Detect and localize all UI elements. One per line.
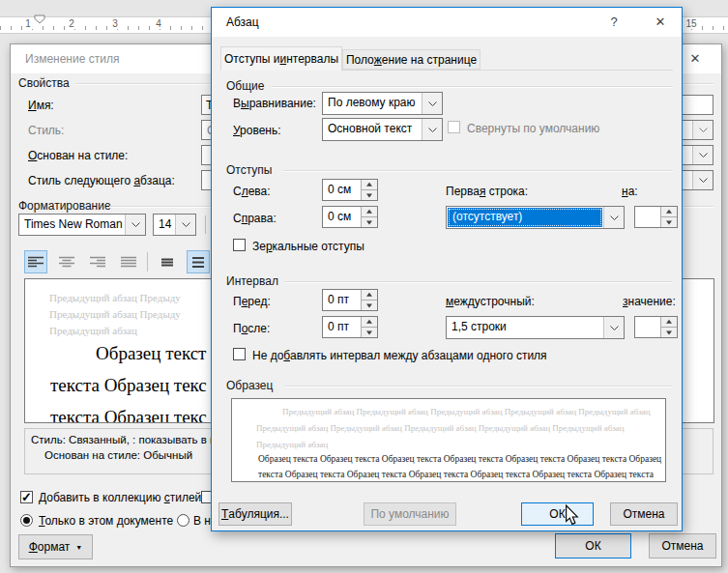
spin-down-icon[interactable] bbox=[362, 300, 377, 310]
name-label: Имя: bbox=[28, 99, 54, 112]
align-justify-icon bbox=[120, 256, 137, 269]
align-right-button[interactable] bbox=[86, 250, 109, 273]
only-this-document-label: Только в этом документе bbox=[39, 514, 173, 528]
add-to-gallery-label: Добавить в коллекцию стилей bbox=[39, 491, 201, 504]
preview-line: Образец текста Образец текста Образец те… bbox=[258, 454, 661, 464]
spin-up-icon[interactable] bbox=[362, 290, 377, 300]
line-spacing-15-button[interactable] bbox=[187, 250, 210, 273]
outline-level-label: Уровень: bbox=[233, 124, 281, 137]
group-divider bbox=[272, 86, 673, 88]
style-ok-button[interactable]: ОК bbox=[555, 533, 631, 559]
align-justify-button[interactable] bbox=[117, 250, 140, 273]
no-space-same-style-checkbox[interactable] bbox=[233, 348, 246, 360]
ruler-mark: 4 bbox=[153, 18, 164, 29]
ruler-mark: 3 bbox=[109, 18, 121, 29]
spacing-at-value bbox=[635, 317, 660, 337]
spin-down-icon[interactable] bbox=[362, 216, 377, 227]
chevron-down-icon[interactable] bbox=[422, 93, 442, 114]
indent-left-spinner[interactable]: 0 см bbox=[322, 179, 378, 201]
line-spacing-label: междустрочный: bbox=[446, 295, 535, 308]
align-center-icon bbox=[58, 256, 75, 269]
close-icon[interactable]: ✕ bbox=[646, 10, 675, 34]
align-left-icon bbox=[27, 256, 44, 269]
font-name-combobox[interactable]: Times New Roman bbox=[18, 214, 146, 236]
preview-line: Предыдущий абзац Предыдущий абзац Предыд… bbox=[256, 423, 625, 433]
mirror-indents-checkbox[interactable] bbox=[233, 239, 246, 251]
chevron-down-icon[interactable] bbox=[422, 119, 442, 140]
indent-right-value: 0 см bbox=[323, 207, 361, 227]
first-line-combobox[interactable]: (отсутствует) bbox=[446, 206, 625, 229]
spacing-at-spinner[interactable] bbox=[634, 316, 678, 338]
group-divider bbox=[285, 281, 673, 283]
ruler-mark: 15 bbox=[683, 18, 699, 29]
tab-indents-and-spacing[interactable]: Отступы и интервалы bbox=[220, 46, 342, 71]
group-divider bbox=[283, 170, 673, 172]
outline-level-combobox[interactable]: Основной текст bbox=[322, 118, 443, 141]
word-app-background: 1 2 3 4 15 Изменение стиля ✕ Свойства Им… bbox=[0, 0, 728, 573]
add-to-gallery-checkbox[interactable] bbox=[20, 491, 33, 503]
alignment-combobox[interactable]: По левому краю bbox=[322, 92, 443, 115]
ruler-mark: 1 bbox=[22, 18, 34, 29]
chevron-down-icon[interactable] bbox=[125, 215, 145, 235]
line-spacing-single-button[interactable] bbox=[156, 250, 179, 273]
toolbar-separator bbox=[205, 215, 206, 234]
format-button[interactable]: Формат ▼ bbox=[18, 534, 93, 559]
chevron-down-icon[interactable] bbox=[692, 146, 713, 164]
indent-by-spinner[interactable] bbox=[634, 206, 678, 228]
cancel-button[interactable]: Отмена bbox=[610, 502, 678, 526]
chevron-down-icon[interactable] bbox=[175, 215, 195, 235]
preview-line: Предыдущий абзац bbox=[49, 325, 137, 336]
tabs-button[interactable]: Табуляция... bbox=[218, 502, 292, 526]
close-icon[interactable]: ✕ bbox=[681, 46, 710, 71]
spin-up-icon[interactable] bbox=[362, 207, 377, 216]
space-after-spinner[interactable]: 0 пт bbox=[322, 316, 378, 338]
line-spacing-combobox[interactable]: 1,5 строки bbox=[446, 316, 625, 339]
spin-down-icon[interactable] bbox=[362, 327, 377, 337]
chevron-down-icon[interactable] bbox=[692, 171, 713, 189]
indent-right-spinner[interactable]: 0 см bbox=[322, 206, 378, 228]
next-style-label: Стиль следующего абзаца: bbox=[28, 174, 175, 187]
paragraph-dialog: Абзац ? ✕ Отступы и интервалы Положение … bbox=[211, 7, 683, 531]
new-documents-radio[interactable] bbox=[177, 514, 189, 527]
tab-line-and-page-breaks[interactable]: Положение на странице bbox=[342, 49, 480, 70]
spin-up-icon[interactable] bbox=[362, 317, 377, 327]
spin-down-icon[interactable] bbox=[362, 189, 377, 200]
line-spacing-value: 1,5 строки bbox=[447, 317, 603, 338]
spin-up-icon[interactable] bbox=[661, 207, 677, 216]
spin-down-icon[interactable] bbox=[661, 327, 677, 337]
chevron-down-icon[interactable] bbox=[603, 317, 624, 338]
properties-legend: Свойства bbox=[18, 76, 70, 90]
format-button-label: Формат bbox=[29, 540, 71, 554]
indent-left-label: Слева: bbox=[233, 185, 271, 198]
mirror-indents-label: Зеркальные отступы bbox=[252, 240, 364, 253]
preview-line: текста Образец текс bbox=[50, 375, 207, 396]
indent-right-label: Справа: bbox=[233, 212, 277, 225]
only-this-document-radio[interactable] bbox=[20, 514, 33, 527]
style-cancel-button[interactable]: Отмена bbox=[649, 533, 716, 559]
spin-up-icon[interactable] bbox=[661, 317, 677, 327]
set-as-default-button[interactable]: По умолчанию bbox=[364, 502, 456, 526]
align-center-button[interactable] bbox=[55, 250, 78, 273]
first-line-indent-marker-icon[interactable] bbox=[34, 14, 45, 24]
spin-down-icon[interactable] bbox=[661, 216, 677, 227]
alignment-value: По левому краю bbox=[323, 93, 422, 114]
style-type-label: Стиль: bbox=[28, 124, 64, 137]
spinner-buttons bbox=[660, 317, 677, 337]
chevron-down-icon[interactable] bbox=[692, 121, 713, 139]
space-before-spinner[interactable]: 0 пт bbox=[322, 289, 378, 311]
toolbar-separator bbox=[147, 252, 148, 272]
paragraph-preview-box: Предыдущий абзац Предыдущий абзац Предыд… bbox=[231, 398, 666, 482]
help-icon[interactable]: ? bbox=[599, 10, 628, 34]
indent-by-value bbox=[635, 207, 660, 227]
indent-by-label: на: bbox=[622, 185, 638, 198]
first-line-label: Первая строка: bbox=[446, 185, 528, 198]
align-left-button[interactable] bbox=[24, 250, 47, 273]
font-size-combobox[interactable]: 14 bbox=[153, 214, 196, 236]
chevron-down-icon[interactable] bbox=[603, 207, 624, 228]
collapsed-by-default-checkbox[interactable] bbox=[448, 121, 460, 133]
alignment-label: Выравнивание: bbox=[233, 97, 316, 110]
spin-up-icon[interactable] bbox=[362, 180, 377, 189]
ok-button[interactable]: ОК bbox=[521, 502, 594, 526]
spacing-legend: Интервал bbox=[226, 274, 278, 288]
preview-line: Образец текст bbox=[96, 343, 206, 364]
